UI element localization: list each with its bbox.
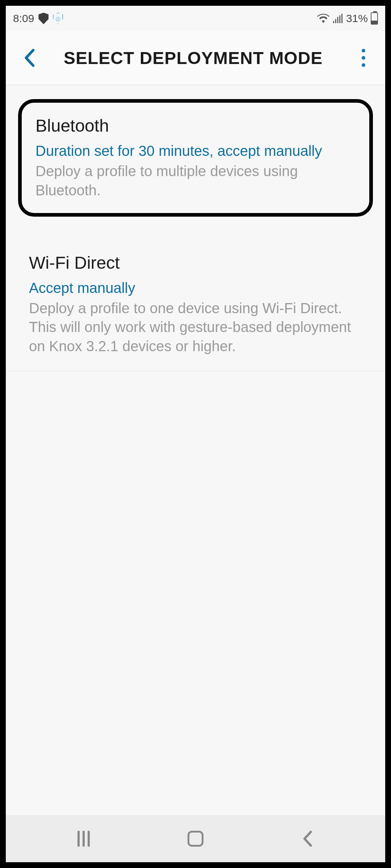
status-bar: 8:09 ◎ 31% <box>6 6 385 31</box>
option-description: Deploy a profile to multiple devices usi… <box>35 162 356 200</box>
home-button[interactable] <box>174 824 217 853</box>
status-time: 8:09 <box>13 12 34 25</box>
option-subtitle: Accept manually <box>29 278 362 297</box>
nav-back-button[interactable] <box>286 824 329 853</box>
security-shield-icon <box>38 13 49 24</box>
option-bluetooth[interactable]: Bluetooth Duration set for 30 minutes, a… <box>18 99 373 217</box>
option-description: Deploy a profile to one device using Wi-… <box>29 299 362 356</box>
wifi-icon <box>317 14 329 23</box>
more-options-button[interactable] <box>353 45 374 71</box>
battery-percentage: 31% <box>346 12 368 25</box>
option-subtitle: Duration set for 30 minutes, accept manu… <box>35 141 356 160</box>
navigation-bar <box>6 815 385 862</box>
option-title: Wi-Fi Direct <box>29 253 362 273</box>
knox-shield-icon: ◎ <box>53 13 63 24</box>
app-bar: SELECT DEPLOYMENT MODE <box>6 31 385 85</box>
signal-icon <box>332 14 343 23</box>
option-wifi-direct[interactable]: Wi-Fi Direct Accept manually Deploy a pr… <box>6 238 385 371</box>
page-title: SELECT DEPLOYMENT MODE <box>42 48 353 68</box>
battery-icon <box>371 12 378 25</box>
back-button[interactable] <box>17 45 42 71</box>
content-area: Bluetooth Duration set for 30 minutes, a… <box>6 85 385 815</box>
recents-button[interactable] <box>62 824 105 853</box>
option-title: Bluetooth <box>35 116 356 136</box>
